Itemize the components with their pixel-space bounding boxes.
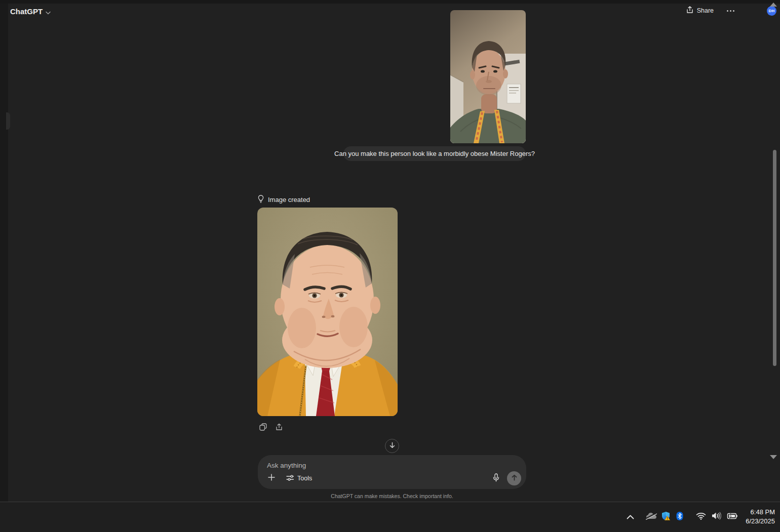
app-title-label: ChatGPT — [10, 7, 43, 16]
share-image-button[interactable] — [274, 422, 285, 433]
onedrive-tray-icon-button[interactable] — [644, 508, 658, 526]
clock-date: 6/23/2025 — [746, 517, 775, 526]
chevron-up-icon — [627, 512, 634, 521]
copy-icon — [259, 423, 267, 433]
avatar[interactable]: DH — [767, 6, 776, 16]
send-button[interactable] — [507, 471, 521, 485]
sidebar-toggle-handle[interactable] — [6, 112, 10, 130]
image-created-label: Image created — [268, 196, 310, 203]
wifi-tray-button[interactable] — [694, 508, 708, 526]
chevron-down-icon — [46, 8, 51, 16]
volume-tray-button[interactable] — [709, 508, 723, 526]
taskbar-clock[interactable]: 6:48 PM 6/23/2025 — [746, 508, 775, 526]
sliders-icon — [286, 474, 294, 483]
tools-button[interactable]: Tools — [283, 472, 315, 485]
composer[interactable]: Tools — [258, 455, 526, 489]
share-label: Share — [697, 7, 714, 14]
security-shield-icon — [661, 511, 671, 523]
window-top-strip — [0, 0, 780, 4]
clock-time: 6:48 PM — [746, 508, 775, 517]
scrollbar-thumb[interactable] — [773, 150, 776, 366]
windows-security-tray-button[interactable] — [658, 508, 673, 526]
scroll-to-bottom-button[interactable] — [385, 439, 399, 453]
image-created-row[interactable]: Image created — [258, 195, 310, 204]
model-switcher[interactable]: ChatGPT — [10, 7, 51, 16]
lightbulb-icon — [258, 195, 264, 204]
battery-charging-icon — [726, 512, 737, 522]
user-uploaded-photo[interactable] — [450, 10, 526, 143]
scroll-down-arrow[interactable] — [770, 455, 777, 459]
copy-button[interactable] — [257, 422, 268, 433]
wifi-icon — [696, 512, 706, 522]
dictate-button[interactable] — [489, 472, 502, 485]
generated-image[interactable] — [257, 208, 398, 416]
collapsed-sidebar — [0, 4, 8, 502]
tools-label: Tools — [297, 475, 312, 482]
disclaimer-text: ChatGPT can make mistakes. Check importa… — [0, 493, 780, 499]
more-options-icon — [727, 10, 734, 12]
desktop: ChatGPT Share DH — [0, 0, 780, 532]
bluetooth-icon — [676, 511, 683, 523]
user-message-text: Can you make this person look like a mor… — [334, 150, 535, 157]
more-options-button[interactable] — [725, 8, 736, 14]
microphone-icon — [493, 473, 499, 484]
volume-icon — [712, 512, 721, 522]
send-arrow-icon — [511, 474, 518, 483]
plus-icon — [267, 473, 276, 483]
upload-icon — [276, 423, 283, 433]
message-input[interactable] — [267, 460, 518, 470]
share-icon — [686, 6, 693, 15]
scroll-up-arrow[interactable] — [770, 3, 777, 7]
arrow-down-icon — [389, 441, 396, 451]
tray-overflow-button[interactable] — [623, 508, 637, 526]
share-button[interactable]: Share — [686, 6, 714, 15]
cloud-offline-icon — [646, 512, 657, 522]
attach-button[interactable] — [265, 472, 278, 485]
bluetooth-tray-button[interactable] — [673, 508, 687, 526]
user-message-bubble: Can you make this person look like a mor… — [343, 146, 526, 161]
battery-tray-button[interactable] — [724, 508, 738, 526]
